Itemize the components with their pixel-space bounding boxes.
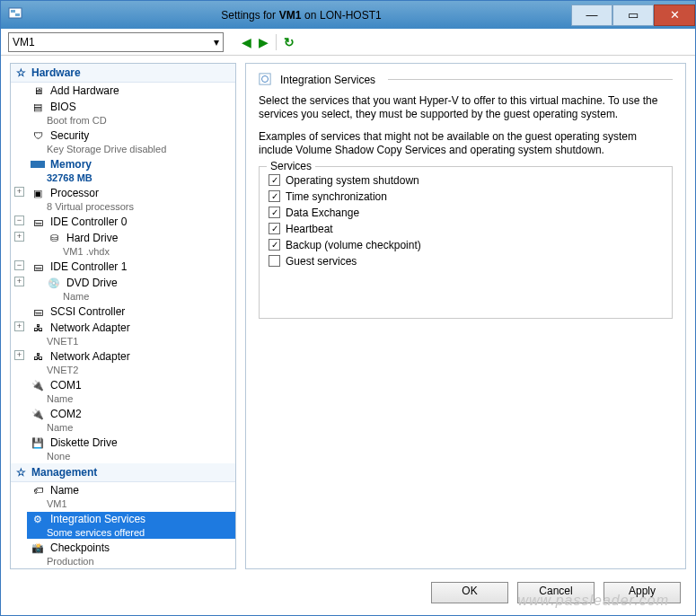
expand-icon[interactable]: + <box>14 187 24 197</box>
nav-icons: ◀ ▶ ↻ <box>231 34 295 50</box>
tree-integration-services[interactable]: ⚙Integration Services Some services offe… <box>11 511 235 540</box>
service-label: Data Exchange <box>286 207 359 219</box>
tree-bios-sub: Boot from CD <box>27 114 235 127</box>
ok-button[interactable]: OK <box>431 582 508 603</box>
vm-selector[interactable]: VM1 ▾ <box>8 32 224 52</box>
integration-icon: ⚙ <box>31 513 45 525</box>
network-icon: 🖧 <box>31 321 45 334</box>
svg-rect-0 <box>9 8 22 18</box>
service-label: Guest services <box>286 255 357 268</box>
tree-bios[interactable]: ▤BIOS Boot from CD <box>11 99 235 128</box>
management-header: ☆ Management <box>11 463 235 482</box>
settings-tree: ☆ Hardware 🖥Add Hardware ▤BIOS Boot from… <box>10 63 236 569</box>
network-icon: 🖧 <box>31 350 45 363</box>
window-controls: — ▭ ✕ <box>571 4 695 26</box>
bios-icon: ▤ <box>31 101 45 113</box>
tree-hard-drive[interactable]: + ⛁Hard Drive VM1 .vhdx <box>11 230 235 259</box>
next-button[interactable]: ▶ <box>259 35 269 49</box>
tree-nic1-sub: VNET1 <box>27 335 235 348</box>
dialog-buttons: OK Cancel Apply <box>1 576 695 615</box>
tree-name-sub: VM1 <box>27 497 235 510</box>
name-icon: 🏷 <box>31 484 45 497</box>
minimize-button[interactable]: — <box>571 4 612 26</box>
maximize-button[interactable]: ▭ <box>612 4 654 26</box>
tree-nic2[interactable]: + 🖧Network Adapter VNET2 <box>11 348 235 377</box>
add-hardware-icon: 🖥 <box>31 84 45 97</box>
tree-diskette-sub: None <box>27 450 235 462</box>
tree-name[interactable]: 🏷Name VM1 <box>11 482 235 511</box>
expand-icon[interactable]: + <box>14 232 24 242</box>
chevron-down-icon: ▾ <box>214 36 219 48</box>
controller-icon: 🖴 <box>31 216 45 228</box>
tree-checkpoints[interactable]: 📸Checkpoints Production <box>11 540 235 568</box>
tree-hard-drive-sub: VM1 .vhdx <box>43 245 235 258</box>
tree-com1[interactable]: 🔌COM1 Name <box>11 377 235 406</box>
close-button[interactable]: ✕ <box>654 4 695 26</box>
panel-title: Integration Services <box>280 74 375 86</box>
expand-icon[interactable]: + <box>14 277 24 286</box>
previous-button[interactable]: ◀ <box>242 35 251 49</box>
scsi-icon: 🖴 <box>31 305 45 318</box>
window-title: Settings for VM1 on LON-HOST1 <box>31 8 571 22</box>
service-label: Operating system shutdown <box>286 174 419 187</box>
collapse-icon[interactable]: − <box>14 216 24 225</box>
tree-nic1[interactable]: + 🖧Network Adapter VNET1 <box>11 320 235 348</box>
security-icon: 🛡 <box>31 129 45 142</box>
tree-memory-sub: 32768 MB <box>27 172 235 184</box>
svg-rect-1 <box>11 10 15 13</box>
toolbar-divider <box>276 34 277 50</box>
expand-icon[interactable]: + <box>14 350 24 360</box>
service-label: Backup (volume checkpoint) <box>286 239 421 251</box>
details-panel: Integration Services Select the services… <box>245 63 686 569</box>
title-prefix: Settings for <box>221 9 276 22</box>
memory-icon <box>31 161 45 168</box>
svg-rect-3 <box>260 74 270 84</box>
service-checkbox[interactable] <box>269 207 280 218</box>
tree-dvd-drive-sub: Name <box>43 290 235 303</box>
tree-add-hardware[interactable]: 🖥Add Hardware <box>11 83 235 99</box>
tree-ide0[interactable]: − 🖴IDE Controller 0 <box>11 214 235 230</box>
service-label: Heartbeat <box>286 223 333 235</box>
tree-scsi[interactable]: 🖴SCSI Controller <box>11 304 235 320</box>
management-icon: ☆ <box>16 466 26 479</box>
services-legend: Services <box>267 160 315 172</box>
service-checkbox[interactable] <box>269 190 280 202</box>
tree-diskette[interactable]: 💾Diskette Drive None <box>11 435 235 463</box>
com-port-icon: 🔌 <box>31 408 45 420</box>
tree-scroll[interactable]: ☆ Hardware 🖥Add Hardware ▤BIOS Boot from… <box>11 64 235 568</box>
service-checkbox[interactable] <box>269 255 280 267</box>
title-bar: Settings for VM1 on LON-HOST1 — ▭ ✕ <box>1 1 695 29</box>
tree-nic2-sub: VNET2 <box>27 364 235 376</box>
tree-com1-sub: Name <box>27 392 235 405</box>
service-checkbox[interactable] <box>269 239 280 251</box>
service-row: Backup (volume checkpoint) <box>269 237 663 253</box>
apply-button[interactable]: Apply <box>603 582 681 603</box>
tree-checkpoints-sub: Production <box>27 555 235 568</box>
service-row: Guest services <box>269 253 663 269</box>
service-checkbox[interactable] <box>269 223 280 234</box>
services-list: Operating system shutdownTime synchroniz… <box>269 172 663 269</box>
expand-icon[interactable]: + <box>14 321 24 331</box>
tree-security[interactable]: 🛡Security Key Storage Drive disabled <box>11 128 235 156</box>
hardware-header: ☆ Hardware <box>11 64 235 83</box>
svg-rect-2 <box>15 13 20 16</box>
collapse-icon[interactable]: − <box>14 260 24 270</box>
service-checkbox[interactable] <box>269 174 280 186</box>
tree-processor[interactable]: + ▣Processor 8 Virtual processors <box>11 185 235 214</box>
refresh-button[interactable]: ↻ <box>284 35 295 49</box>
title-host-prefix: on <box>304 9 316 22</box>
tree-processor-sub: 8 Virtual processors <box>27 200 235 213</box>
cancel-button[interactable]: Cancel <box>517 582 595 603</box>
tree-dvd-drive[interactable]: + 💿DVD Drive Name <box>11 275 235 304</box>
services-group: Services Operating system shutdownTime s… <box>259 166 673 319</box>
tree-memory[interactable]: Memory 32768 MB <box>11 156 235 185</box>
panel-note: Examples of services that might not be a… <box>259 130 673 157</box>
tree-com2[interactable]: 🔌COM2 Name <box>11 406 235 435</box>
management-header-label: Management <box>31 466 97 479</box>
tree-integration-sub: Some services offered <box>27 526 235 539</box>
tree-ide1[interactable]: − 🖴IDE Controller 1 <box>11 259 235 275</box>
service-row: Operating system shutdown <box>269 172 663 189</box>
com-port-icon: 🔌 <box>31 379 45 392</box>
dvd-icon: 💿 <box>47 277 61 289</box>
service-label: Time synchronization <box>286 190 387 203</box>
